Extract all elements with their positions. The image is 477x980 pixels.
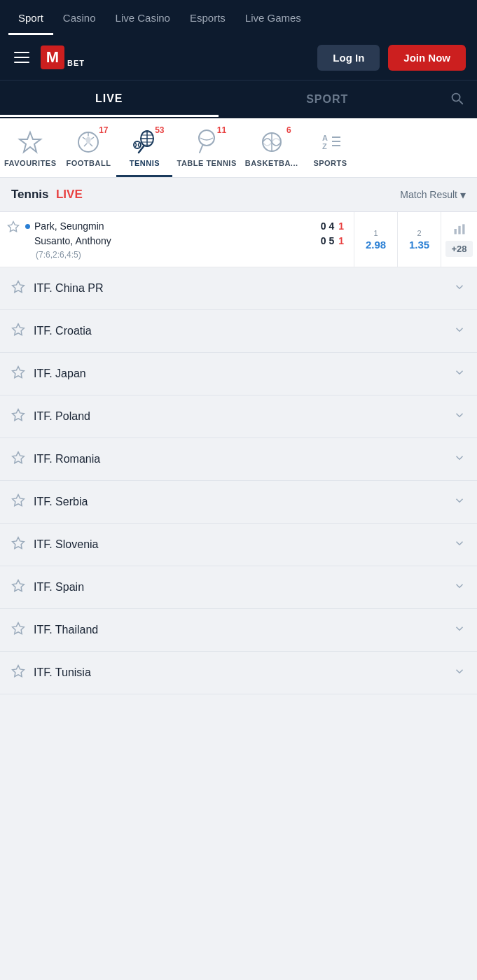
- competition-list: ITF. China PRITF. CroatiaITF. JapanITF. …: [0, 267, 477, 694]
- star-icon: [11, 365, 25, 379]
- search-button[interactable]: [436, 80, 477, 118]
- competition-item-7[interactable]: ITF. Spain: [0, 566, 477, 609]
- competition-star-8[interactable]: [11, 622, 25, 638]
- sport-icon-wrap-football: 17: [73, 127, 104, 158]
- svg-marker-34: [13, 452, 25, 463]
- top-nav-live-casino[interactable]: Live Casino: [106, 0, 180, 35]
- svg-rect-27: [454, 229, 456, 234]
- competition-item-5[interactable]: ITF. Serbia: [0, 481, 477, 524]
- competition-star-9[interactable]: [11, 664, 25, 681]
- competition-item-2[interactable]: ITF. Japan: [0, 353, 477, 396]
- competition-name-7: ITF. Spain: [34, 581, 453, 594]
- competition-star-0[interactable]: [11, 280, 25, 297]
- sport-icon-wrap-favourites: [15, 127, 46, 158]
- match-sets: (7:6,2:6,4:5): [36, 250, 344, 260]
- svg-line-4: [91, 137, 94, 139]
- competition-star-5[interactable]: [11, 493, 25, 510]
- svg-marker-30: [13, 281, 25, 293]
- competition-name-1: ITF. Croatia: [34, 325, 453, 337]
- competition-star-1[interactable]: [11, 323, 25, 340]
- svg-line-7: [83, 137, 85, 139]
- sport-icon-wrap-basketball: 6: [256, 127, 287, 158]
- svg-rect-28: [458, 226, 460, 234]
- star-icon: [11, 451, 25, 465]
- tab-live[interactable]: LIVE: [0, 83, 219, 117]
- player1-score-current: 1: [338, 219, 344, 234]
- live-badge: LIVE: [56, 188, 83, 201]
- search-icon: [449, 90, 464, 106]
- svg-line-18: [200, 146, 202, 153]
- competition-item-4[interactable]: ITF. Romania: [0, 438, 477, 481]
- star-icon: [11, 579, 25, 593]
- odds-col-1[interactable]: 1 2.98: [354, 212, 397, 267]
- star-icon: [11, 408, 25, 422]
- sport-icon-wrap-all-sports: A Z: [315, 127, 346, 158]
- competition-name-3: ITF. Poland: [34, 410, 453, 423]
- odds-extra-col[interactable]: +28: [441, 212, 477, 267]
- competition-star-2[interactable]: [11, 365, 25, 382]
- hamburger-menu[interactable]: [11, 49, 32, 66]
- sport-basketball[interactable]: 6 BASKETBA...: [241, 124, 303, 177]
- sport-all-sports[interactable]: A Z SPORTS: [303, 124, 359, 177]
- match-favourite-star[interactable]: [7, 220, 20, 236]
- competition-name-4: ITF. Romania: [34, 453, 453, 465]
- top-nav-esports[interactable]: Esports: [180, 0, 235, 35]
- sport-label-tennis: TENNIS: [130, 159, 160, 168]
- chevron-icon: [453, 580, 466, 592]
- bar-chart-icon: [452, 222, 466, 236]
- sport-table-tennis[interactable]: 11 TABLE TENNIS: [172, 124, 240, 177]
- header: M BET Log In Join Now: [0, 35, 477, 80]
- odds-col1-label: 1: [373, 229, 378, 237]
- star-icon: [11, 664, 25, 678]
- player1-score-sets: 0 4: [321, 219, 334, 234]
- top-nav-live-games[interactable]: Live Games: [235, 0, 311, 35]
- sport-favourites[interactable]: FAVOURITES: [0, 124, 60, 177]
- competition-item-8[interactable]: ITF. Thailand: [0, 609, 477, 652]
- chevron-icon: [453, 281, 466, 293]
- svg-marker-36: [13, 538, 25, 549]
- player2-score: 0 5 1: [321, 234, 344, 248]
- chevron-down-icon-4: [453, 451, 466, 468]
- sport-icon-wrap-tennis: 53: [129, 127, 160, 158]
- svg-marker-33: [13, 410, 25, 421]
- player1-row: Park, Seungmin 0 4 1: [25, 219, 344, 234]
- competition-item-9[interactable]: ITF. Tunisia: [0, 652, 477, 694]
- top-nav-casino[interactable]: Casino: [53, 0, 106, 35]
- az-list-icon: A Z: [318, 130, 343, 155]
- star-icon: [11, 280, 25, 294]
- sport-tennis[interactable]: 53 TENNIS: [116, 124, 172, 177]
- competition-star-3[interactable]: [11, 408, 25, 425]
- svg-marker-35: [13, 495, 25, 506]
- svg-marker-39: [13, 666, 25, 677]
- chevron-icon: [453, 494, 466, 507]
- top-nav-sport[interactable]: Sport: [8, 0, 53, 35]
- competition-name-5: ITF. Serbia: [34, 496, 453, 508]
- competition-name-9: ITF. Tunisia: [34, 666, 453, 679]
- competition-item-6[interactable]: ITF. Slovenia: [0, 524, 477, 566]
- sport-football[interactable]: 17 FOOTBALL: [60, 124, 116, 177]
- join-button[interactable]: Join Now: [388, 45, 466, 71]
- competition-star-7[interactable]: [11, 579, 25, 596]
- chevron-down-icon-6: [453, 537, 466, 553]
- player2-name: Susanto, Anthony: [34, 234, 111, 248]
- star-icon: [11, 323, 25, 337]
- sport-label-basketball: BASKETBA...: [245, 159, 298, 168]
- competition-item-1[interactable]: ITF. Croatia: [0, 310, 477, 353]
- competition-item-3[interactable]: ITF. Poland: [0, 396, 477, 438]
- competition-name-8: ITF. Thailand: [34, 624, 453, 636]
- competition-star-6[interactable]: [11, 536, 25, 553]
- odds-col1-value: 2.98: [366, 239, 386, 251]
- match-card: Park, Seungmin 0 4 1 Susanto, Anthony 0 …: [0, 212, 477, 267]
- svg-rect-29: [462, 225, 464, 234]
- competition-star-4[interactable]: [11, 451, 25, 468]
- tab-sport[interactable]: SPORT: [219, 83, 437, 115]
- chevron-down-icon-9: [453, 665, 466, 681]
- dropdown-arrow: ▾: [460, 188, 466, 202]
- plus-badge: +28: [445, 241, 472, 257]
- player1-score: 0 4 1: [321, 219, 344, 234]
- chevron-icon: [453, 409, 466, 421]
- login-button[interactable]: Log In: [317, 45, 380, 71]
- competition-item-0[interactable]: ITF. China PR: [0, 267, 477, 310]
- odds-col-2[interactable]: 2 1.35: [397, 212, 441, 267]
- match-result-button[interactable]: Match Result ▾: [400, 188, 466, 202]
